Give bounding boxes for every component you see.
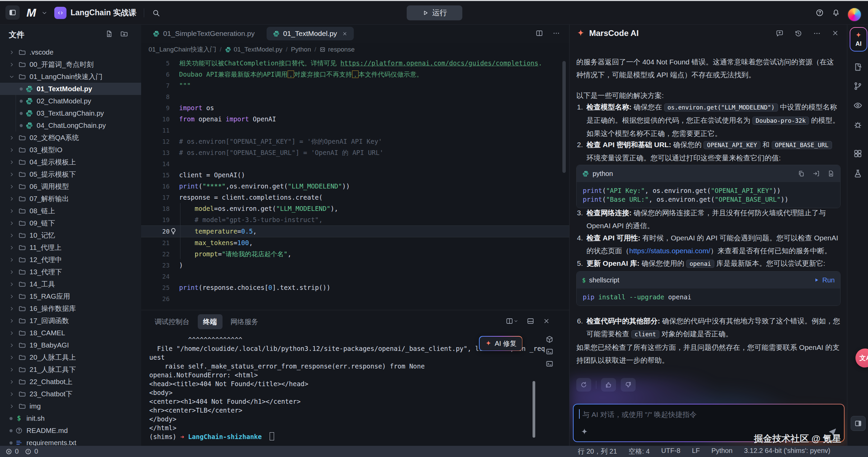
tree-folder-21_人脉工具下[interactable]: 21_人脉工具下 [0, 363, 141, 376]
code-line-25[interactable]: 25print(response.choices[0].text.strip()… [141, 282, 569, 293]
lightbulb-icon[interactable] [170, 227, 177, 235]
tree-folder-02_文档QA系统[interactable]: 02_文档QA系统 [0, 132, 141, 144]
panel-toggle-button[interactable] [851, 416, 866, 431]
tree-folder-04_提示模板上[interactable]: 04_提示模板上 [0, 156, 141, 168]
tree-folder-.vscode[interactable]: .vscode [0, 46, 141, 58]
tree-file-README.md[interactable]: README.md [0, 424, 141, 437]
notifications-bell-icon[interactable] [832, 1, 840, 24]
problems-indicator[interactable]: 0 0 [5, 448, 41, 455]
code-line-17[interactable]: 17response = client.completions.create( [141, 192, 569, 203]
avatar[interactable] [847, 7, 862, 22]
code-line-11[interactable]: 11 [141, 125, 569, 136]
marscode-logo[interactable]: M [26, 1, 35, 24]
run-code-button[interactable]: Run [813, 276, 835, 284]
tree-folder-13_代理下[interactable]: 13_代理下 [0, 266, 141, 278]
code-line-16[interactable]: 16print("****",os.environ.get("LLM_MODEL… [141, 181, 569, 192]
code-block-body[interactable]: pip install --upgrade openai [577, 289, 840, 305]
tree-folder-22_Chatbot上[interactable]: 22_Chatbot上 [0, 376, 141, 388]
preview-eye-icon[interactable] [853, 101, 863, 110]
tests-flask-icon[interactable] [853, 169, 863, 178]
tree-folder-07_解析输出[interactable]: 07_解析输出 [0, 193, 141, 205]
tree-folder-20_人脉工具上[interactable]: 20_人脉工具上 [0, 351, 141, 363]
code-line-10[interactable]: 10from openai import OpenAI [141, 114, 569, 125]
tree-folder-img[interactable]: img [0, 400, 141, 412]
status-item[interactable]: 3.12.2 64-bit ('shims': pyenv) [744, 447, 830, 456]
code-line-23[interactable]: 23) [141, 260, 569, 271]
code-line-20[interactable]: 20 temperature=0.5, [141, 225, 569, 237]
code-line-6[interactable]: 6Doubao API兼容最新版本的API调用，对废弃接口不再支持，本文件代码仅… [141, 69, 569, 80]
code-line-24[interactable]: 24 [141, 271, 569, 282]
source-control-icon[interactable] [853, 81, 863, 91]
file-search-icon[interactable] [853, 62, 863, 72]
link[interactable]: https://status.openai.com/ [629, 247, 710, 255]
tree-folder-11_代理上[interactable]: 11_代理上 [0, 241, 141, 254]
editor-tab-01_SimpleTextGeneration.py[interactable]: 01_SimpleTextGeneration.py [147, 27, 261, 40]
code-line-8[interactable]: 8 [141, 91, 569, 102]
tree-folder-10_记忆[interactable]: 10_记忆 [0, 229, 141, 241]
project-chevron-icon[interactable] [132, 1, 138, 24]
breadcrumb-item[interactable]: 01_LangChain快速入门 [149, 45, 216, 54]
terminal-icon[interactable] [545, 347, 554, 356]
tree-file-02_ChatModel.py[interactable]: 02_ChatModel.py [0, 95, 141, 107]
ai-fix-button[interactable]: AI 修复 [479, 336, 522, 351]
more-icon[interactable] [552, 29, 560, 37]
tree-folder-23_Chatbot下[interactable]: 23_Chatbot下 [0, 388, 141, 400]
split-editor-icon[interactable] [535, 29, 543, 37]
terminal-scrollbar[interactable] [533, 381, 535, 438]
code-line-14[interactable]: 14 [141, 158, 569, 170]
tree-folder-18_CAMEL[interactable]: 18_CAMEL [0, 327, 141, 339]
code-line-7[interactable]: 7""" [141, 80, 569, 91]
code-line-9[interactable]: 9import os [141, 102, 569, 114]
tree-folder-16_操作数据库[interactable]: 16_操作数据库 [0, 302, 141, 315]
new-folder-icon[interactable] [120, 30, 128, 38]
code-line-26[interactable]: 26 [141, 293, 569, 304]
ai-assistant-badge[interactable]: AI [850, 27, 867, 52]
close-panel-icon[interactable] [543, 317, 550, 325]
status-item[interactable]: UTF-8 [661, 447, 680, 456]
code-line-12[interactable]: 12# os.environ["OPENAI_API_KEY"] = '你的Op… [141, 136, 569, 147]
breadcrumb-item[interactable]: response [320, 46, 354, 53]
code-line-13[interactable]: 13# os.environ["OPENAI_BASE_URL"] = 'Ope… [141, 147, 569, 158]
translate-fab[interactable]: 文A [855, 349, 868, 367]
panel-tab-终端[interactable]: 终端 [198, 314, 223, 329]
code-line-15[interactable]: 15client = OpenAI() [141, 170, 569, 181]
editor-tab-01_TextModel.py[interactable]: 01_TextModel.py [267, 27, 354, 40]
tree-folder-08_链上[interactable]: 08_链上 [0, 205, 141, 217]
panel-tab-调试控制台[interactable]: 调试控制台 [149, 314, 195, 329]
tree-folder-01_LangChain快速入门[interactable]: 01_LangChain快速入门 [0, 71, 141, 83]
search-icon[interactable] [152, 1, 160, 24]
tree-file-init.sh[interactable]: $init.sh [0, 412, 141, 424]
close-icon[interactable] [342, 31, 348, 37]
tree-folder-00_开篇词_奇点时刻[interactable]: 00_开篇词_奇点时刻 [0, 58, 141, 71]
tree-folder-14_工具[interactable]: 14_工具 [0, 278, 141, 290]
cube-icon[interactable] [545, 335, 554, 343]
tree-folder-06_调用模型[interactable]: 06_调用模型 [0, 180, 141, 193]
panel-tab-网络服务[interactable]: 网络服务 [225, 314, 264, 329]
tree-file-requirements.txt[interactable]: requirements.txt [0, 437, 141, 446]
extensions-grid-icon[interactable] [853, 149, 863, 158]
tree-folder-15_RAG应用[interactable]: 15_RAG应用 [0, 290, 141, 302]
code-line-22[interactable]: 22 prompt="请给我的花店起个名", [141, 249, 569, 260]
tree-file-04_ChatLongChain.py[interactable]: 04_ChatLongChain.py [0, 119, 141, 132]
new-file-icon[interactable] [827, 170, 835, 177]
terminal-output[interactable]: ^^^^^^^^^^^^^^ File "/home/cloudide/.loc… [149, 335, 529, 441]
tree-file-03_TextLangChain.py[interactable]: 03_TextLangChain.py [0, 107, 141, 119]
code-block-body[interactable]: print("API Key:", os.environ.get("OPENAI… [577, 182, 840, 208]
tree-folder-19_BabyAGI[interactable]: 19_BabyAGI [0, 339, 141, 351]
logo-chevron-icon[interactable] [41, 1, 47, 24]
sidebar-toggle-button[interactable] [5, 5, 20, 20]
code-line-18[interactable]: 18 model=os.environ.get("LLM_MODELEND"), [141, 203, 569, 214]
status-item[interactable]: 行 20，列 21 [578, 447, 617, 456]
tree-folder-05_提示模板下[interactable]: 05_提示模板下 [0, 168, 141, 180]
status-item[interactable]: Python [711, 447, 732, 456]
code-editor[interactable]: 5相关功能可以被ChatCompletion接口替代。详情可见 https://… [141, 56, 569, 310]
tree-folder-03_模型IO[interactable]: 03_模型IO [0, 144, 141, 156]
code-line-5[interactable]: 5相关功能可以被ChatCompletion接口替代。详情可见 https://… [141, 58, 569, 69]
panel-layout-icon[interactable] [526, 317, 535, 325]
new-file-icon[interactable] [105, 30, 113, 38]
terminal-icon[interactable] [545, 360, 554, 368]
split-terminal-icon[interactable] [505, 317, 518, 325]
status-item[interactable]: LF [692, 447, 700, 456]
tree-file-01_TextModel.py[interactable]: 01_TextModel.py [0, 83, 141, 95]
tree-folder-09_链下[interactable]: 09_链下 [0, 217, 141, 229]
